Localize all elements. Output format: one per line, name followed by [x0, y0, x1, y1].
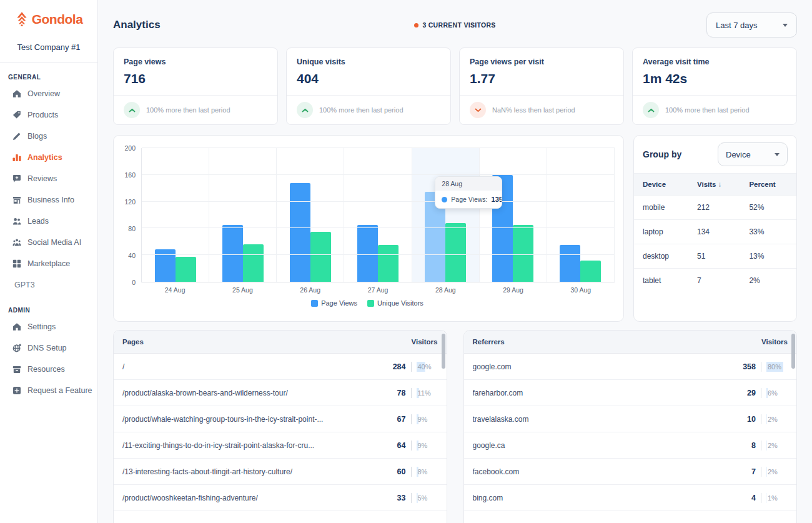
- chart-y-axis: 04080120160200: [120, 148, 141, 282]
- chart-column-26-aug[interactable]: [277, 148, 344, 282]
- column-visits-sort[interactable]: Visits ↓: [697, 181, 749, 188]
- home-icon: [12, 89, 21, 98]
- sidebar-item-resources[interactable]: Resources: [0, 359, 97, 380]
- divider: [761, 388, 761, 398]
- group-by-title: Group by: [643, 149, 681, 159]
- group-by-value: Device: [726, 150, 751, 159]
- visits-cell: 134: [697, 227, 749, 236]
- sidebar-item-gpt3[interactable]: GPT3: [0, 274, 97, 296]
- stat-card-page-views: Page views 716 100% more then last perio…: [113, 47, 278, 125]
- bar-page-views[interactable]: [222, 225, 243, 282]
- divider: [761, 467, 761, 477]
- sort-desc-icon: ↓: [718, 181, 722, 188]
- date-range-select[interactable]: Last 7 days: [706, 12, 797, 37]
- table-row: google.ca 8 2%: [464, 432, 797, 459]
- sidebar-item-label: Analytics: [27, 153, 62, 162]
- visitors-value: 60: [397, 467, 406, 476]
- sidebar-item-social-media-ai[interactable]: Social Media AI: [0, 232, 97, 253]
- visitors-value: 8: [751, 441, 756, 450]
- page-path: /product/alaska-brown-bears-and-wilderne…: [122, 389, 397, 397]
- group-by-select[interactable]: Device: [718, 142, 788, 166]
- bar-unique-visitors[interactable]: [176, 257, 196, 282]
- chart-plot[interactable]: 28 Aug Page Views: 135: [141, 148, 615, 282]
- page-path: /: [122, 362, 393, 371]
- group-by-card: Group by Device Device Visits ↓ Percent …: [633, 135, 797, 322]
- sidebar-item-label: Blogs: [27, 132, 47, 141]
- sidebar: Gondola Test Company #1 GENERAL Overview…: [0, 0, 98, 523]
- sidebar-item-blogs[interactable]: Blogs: [0, 126, 97, 147]
- people-icon: [12, 217, 21, 226]
- visitors-column-label: Visitors: [761, 338, 788, 346]
- analytics-page: Gondola Test Company #1 GENERAL Overview…: [0, 0, 812, 523]
- company-name: Test Company #1: [0, 34, 97, 62]
- sidebar-item-reviews[interactable]: Reviews: [0, 168, 97, 189]
- scrollbar-thumb[interactable]: [442, 334, 445, 369]
- sidebar-section-general: GENERAL: [0, 74, 97, 81]
- scrollbar-thumb[interactable]: [791, 334, 795, 369]
- visits-chart-card: 04080120160200 28 Aug Page Views: 135 24…: [113, 135, 624, 322]
- visits-cell: 51: [697, 252, 749, 261]
- bar-unique-visitors[interactable]: [378, 245, 399, 282]
- bar-unique-visitors[interactable]: [445, 223, 466, 282]
- bar-unique-visitors[interactable]: [310, 232, 331, 282]
- logo[interactable]: Gondola: [0, 0, 97, 34]
- bar-unique-visitors[interactable]: [513, 225, 533, 282]
- visitors-value: 67: [397, 415, 406, 424]
- stat-label: Page views per visit: [470, 57, 613, 66]
- sidebar-item-label: Settings: [27, 322, 56, 331]
- percent-value: 9%: [417, 414, 438, 424]
- sidebar-item-label: Reviews: [27, 174, 57, 183]
- chart-column-29-aug[interactable]: [480, 148, 547, 282]
- bar-page-views[interactable]: [290, 183, 310, 282]
- sidebar-item-leads[interactable]: Leads: [0, 211, 97, 232]
- bar-page-views[interactable]: [357, 225, 378, 282]
- chevron-down-icon: [783, 24, 788, 27]
- chart-column-30-aug[interactable]: [547, 148, 615, 282]
- page-path: /11-exciting-things-to-do-in-icy-strait-…: [122, 441, 397, 450]
- visitors-value: 10: [747, 415, 756, 424]
- stat-value: 1.77: [470, 71, 613, 86]
- stat-card-page-views-per-visit: Page views per visit 1.77 NaN% less then…: [459, 47, 624, 125]
- divider: [761, 441, 761, 451]
- sidebar-item-business-info[interactable]: Business Info: [0, 189, 97, 211]
- sidebar-item-marketplace[interactable]: Marketplace: [0, 253, 97, 274]
- sidebar-item-overview[interactable]: Overview: [0, 83, 97, 104]
- sidebar-item-dns-setup[interactable]: DNS Setup: [0, 337, 97, 359]
- referrer-domain: facebook.com: [473, 467, 752, 476]
- table-row: fareharbor.com 29 6%: [464, 380, 797, 406]
- visits-cell: 212: [697, 203, 749, 212]
- bar-unique-visitors[interactable]: [580, 261, 601, 282]
- pencil-icon: [12, 132, 21, 141]
- sidebar-item-request-a-feature[interactable]: Request a Feature: [0, 380, 97, 401]
- trend-up-icon: [124, 102, 140, 118]
- sidebar-item-settings[interactable]: Settings: [0, 316, 97, 337]
- chart-column-24-aug[interactable]: [142, 148, 209, 282]
- percent-value: 1%: [766, 493, 788, 503]
- logo-text: Gondola: [32, 12, 83, 27]
- topbar: Analytics 3 CURRENT VISITORS Last 7 days: [98, 0, 812, 47]
- percent-value: 9%: [417, 441, 438, 451]
- divider: [761, 414, 761, 424]
- table-row: /product/whale-watching-group-tours-in-t…: [114, 406, 447, 432]
- tag-icon: [12, 111, 21, 119]
- divider: [411, 441, 412, 451]
- sidebar-item-label: GPT3: [14, 281, 35, 289]
- sidebar-item-products[interactable]: Products: [0, 104, 97, 126]
- pages-card: Pages Visitors / 284 40% /product/alaska…: [113, 330, 447, 523]
- chart-column-25-aug[interactable]: [209, 148, 277, 282]
- visitors-value: 358: [743, 362, 756, 371]
- tooltip-value: 135: [492, 196, 503, 203]
- referrer-domain: google.com: [473, 362, 743, 371]
- trend-text: 100% more then last period: [146, 106, 230, 114]
- bar-page-views[interactable]: [560, 245, 580, 282]
- visitors-value: 33: [397, 494, 406, 502]
- table-row: laptop 134 33%: [634, 220, 796, 244]
- legend-item-page-views[interactable]: Page Views: [311, 299, 357, 307]
- sidebar-item-analytics[interactable]: Analytics: [0, 147, 97, 168]
- referrers-title: Referrers: [473, 338, 505, 346]
- chart-column-28-aug[interactable]: [412, 148, 480, 282]
- trend-down-icon: [470, 102, 486, 118]
- bar-unique-visitors[interactable]: [243, 244, 264, 282]
- legend-item-unique-visitors[interactable]: Unique Visitors: [367, 299, 423, 307]
- chart-column-27-aug[interactable]: [344, 148, 412, 282]
